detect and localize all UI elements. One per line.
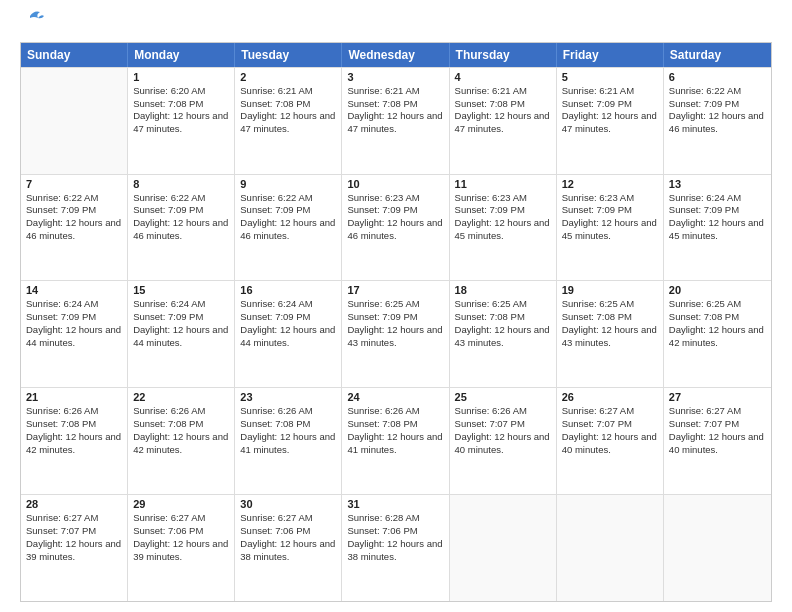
- cell-info: Sunrise: 6:21 AMSunset: 7:09 PMDaylight:…: [562, 85, 658, 136]
- day-number: 13: [669, 178, 766, 190]
- cal-cell: 25 Sunrise: 6:26 AMSunset: 7:07 PMDaylig…: [450, 388, 557, 494]
- day-number: 8: [133, 178, 229, 190]
- cell-info: Sunrise: 6:25 AMSunset: 7:08 PMDaylight:…: [562, 298, 658, 349]
- cell-info: Sunrise: 6:21 AMSunset: 7:08 PMDaylight:…: [347, 85, 443, 136]
- cal-cell: 23 Sunrise: 6:26 AMSunset: 7:08 PMDaylig…: [235, 388, 342, 494]
- cal-cell: 18 Sunrise: 6:25 AMSunset: 7:08 PMDaylig…: [450, 281, 557, 387]
- day-number: 4: [455, 71, 551, 83]
- day-header-friday: Friday: [557, 43, 664, 67]
- day-header-tuesday: Tuesday: [235, 43, 342, 67]
- cal-cell: 1 Sunrise: 6:20 AMSunset: 7:08 PMDayligh…: [128, 68, 235, 174]
- cal-cell: 12 Sunrise: 6:23 AMSunset: 7:09 PMDaylig…: [557, 175, 664, 281]
- cal-cell: [450, 495, 557, 601]
- day-number: 7: [26, 178, 122, 190]
- day-number: 24: [347, 391, 443, 403]
- day-number: 17: [347, 284, 443, 296]
- cal-cell: 28 Sunrise: 6:27 AMSunset: 7:07 PMDaylig…: [21, 495, 128, 601]
- cell-info: Sunrise: 6:26 AMSunset: 7:08 PMDaylight:…: [26, 405, 122, 456]
- cal-cell: 8 Sunrise: 6:22 AMSunset: 7:09 PMDayligh…: [128, 175, 235, 281]
- cell-info: Sunrise: 6:23 AMSunset: 7:09 PMDaylight:…: [347, 192, 443, 243]
- cal-cell: 26 Sunrise: 6:27 AMSunset: 7:07 PMDaylig…: [557, 388, 664, 494]
- cal-cell: 30 Sunrise: 6:27 AMSunset: 7:06 PMDaylig…: [235, 495, 342, 601]
- calendar-header: SundayMondayTuesdayWednesdayThursdayFrid…: [21, 43, 771, 67]
- week-row-2: 7 Sunrise: 6:22 AMSunset: 7:09 PMDayligh…: [21, 174, 771, 281]
- cal-cell: 13 Sunrise: 6:24 AMSunset: 7:09 PMDaylig…: [664, 175, 771, 281]
- cell-info: Sunrise: 6:24 AMSunset: 7:09 PMDaylight:…: [669, 192, 766, 243]
- cal-cell: 4 Sunrise: 6:21 AMSunset: 7:08 PMDayligh…: [450, 68, 557, 174]
- cell-info: Sunrise: 6:27 AMSunset: 7:06 PMDaylight:…: [133, 512, 229, 563]
- day-number: 31: [347, 498, 443, 510]
- cell-info: Sunrise: 6:20 AMSunset: 7:08 PMDaylight:…: [133, 85, 229, 136]
- day-header-saturday: Saturday: [664, 43, 771, 67]
- day-number: 28: [26, 498, 122, 510]
- cal-cell: 22 Sunrise: 6:26 AMSunset: 7:08 PMDaylig…: [128, 388, 235, 494]
- cal-cell: 14 Sunrise: 6:24 AMSunset: 7:09 PMDaylig…: [21, 281, 128, 387]
- cal-cell: 19 Sunrise: 6:25 AMSunset: 7:08 PMDaylig…: [557, 281, 664, 387]
- cell-info: Sunrise: 6:24 AMSunset: 7:09 PMDaylight:…: [240, 298, 336, 349]
- cell-info: Sunrise: 6:27 AMSunset: 7:06 PMDaylight:…: [240, 512, 336, 563]
- day-number: 15: [133, 284, 229, 296]
- cal-cell: 29 Sunrise: 6:27 AMSunset: 7:06 PMDaylig…: [128, 495, 235, 601]
- calendar-body: 1 Sunrise: 6:20 AMSunset: 7:08 PMDayligh…: [21, 67, 771, 601]
- day-number: 3: [347, 71, 443, 83]
- cal-cell: 11 Sunrise: 6:23 AMSunset: 7:09 PMDaylig…: [450, 175, 557, 281]
- day-number: 20: [669, 284, 766, 296]
- day-number: 23: [240, 391, 336, 403]
- cal-cell: 17 Sunrise: 6:25 AMSunset: 7:09 PMDaylig…: [342, 281, 449, 387]
- day-number: 5: [562, 71, 658, 83]
- day-number: 21: [26, 391, 122, 403]
- cell-info: Sunrise: 6:25 AMSunset: 7:08 PMDaylight:…: [455, 298, 551, 349]
- cal-cell: [664, 495, 771, 601]
- cal-cell: 16 Sunrise: 6:24 AMSunset: 7:09 PMDaylig…: [235, 281, 342, 387]
- day-header-thursday: Thursday: [450, 43, 557, 67]
- calendar: SundayMondayTuesdayWednesdayThursdayFrid…: [20, 42, 772, 602]
- page: SundayMondayTuesdayWednesdayThursdayFrid…: [0, 0, 792, 612]
- cell-info: Sunrise: 6:25 AMSunset: 7:08 PMDaylight:…: [669, 298, 766, 349]
- cell-info: Sunrise: 6:22 AMSunset: 7:09 PMDaylight:…: [669, 85, 766, 136]
- cell-info: Sunrise: 6:21 AMSunset: 7:08 PMDaylight:…: [455, 85, 551, 136]
- day-number: 10: [347, 178, 443, 190]
- cal-cell: 20 Sunrise: 6:25 AMSunset: 7:08 PMDaylig…: [664, 281, 771, 387]
- day-number: 29: [133, 498, 229, 510]
- cell-info: Sunrise: 6:25 AMSunset: 7:09 PMDaylight:…: [347, 298, 443, 349]
- week-row-1: 1 Sunrise: 6:20 AMSunset: 7:08 PMDayligh…: [21, 67, 771, 174]
- cal-cell: 9 Sunrise: 6:22 AMSunset: 7:09 PMDayligh…: [235, 175, 342, 281]
- day-number: 26: [562, 391, 658, 403]
- day-number: 18: [455, 284, 551, 296]
- cal-cell: 7 Sunrise: 6:22 AMSunset: 7:09 PMDayligh…: [21, 175, 128, 281]
- logo-bird-icon: [22, 8, 44, 26]
- cell-info: Sunrise: 6:27 AMSunset: 7:07 PMDaylight:…: [26, 512, 122, 563]
- cal-cell: 24 Sunrise: 6:26 AMSunset: 7:08 PMDaylig…: [342, 388, 449, 494]
- cell-info: Sunrise: 6:23 AMSunset: 7:09 PMDaylight:…: [455, 192, 551, 243]
- week-row-3: 14 Sunrise: 6:24 AMSunset: 7:09 PMDaylig…: [21, 280, 771, 387]
- cal-cell: 5 Sunrise: 6:21 AMSunset: 7:09 PMDayligh…: [557, 68, 664, 174]
- day-header-wednesday: Wednesday: [342, 43, 449, 67]
- cell-info: Sunrise: 6:26 AMSunset: 7:08 PMDaylight:…: [240, 405, 336, 456]
- cell-info: Sunrise: 6:26 AMSunset: 7:08 PMDaylight:…: [133, 405, 229, 456]
- cal-cell: 2 Sunrise: 6:21 AMSunset: 7:08 PMDayligh…: [235, 68, 342, 174]
- day-number: 2: [240, 71, 336, 83]
- day-number: 6: [669, 71, 766, 83]
- day-header-monday: Monday: [128, 43, 235, 67]
- day-number: 25: [455, 391, 551, 403]
- cal-cell: 31 Sunrise: 6:28 AMSunset: 7:06 PMDaylig…: [342, 495, 449, 601]
- cal-cell: 10 Sunrise: 6:23 AMSunset: 7:09 PMDaylig…: [342, 175, 449, 281]
- cell-info: Sunrise: 6:27 AMSunset: 7:07 PMDaylight:…: [669, 405, 766, 456]
- logo: [20, 16, 44, 36]
- day-number: 9: [240, 178, 336, 190]
- cal-cell: [21, 68, 128, 174]
- day-header-sunday: Sunday: [21, 43, 128, 67]
- day-number: 12: [562, 178, 658, 190]
- cell-info: Sunrise: 6:22 AMSunset: 7:09 PMDaylight:…: [133, 192, 229, 243]
- cell-info: Sunrise: 6:22 AMSunset: 7:09 PMDaylight:…: [240, 192, 336, 243]
- day-number: 22: [133, 391, 229, 403]
- cell-info: Sunrise: 6:28 AMSunset: 7:06 PMDaylight:…: [347, 512, 443, 563]
- day-number: 19: [562, 284, 658, 296]
- day-number: 11: [455, 178, 551, 190]
- cell-info: Sunrise: 6:24 AMSunset: 7:09 PMDaylight:…: [26, 298, 122, 349]
- day-number: 1: [133, 71, 229, 83]
- cell-info: Sunrise: 6:27 AMSunset: 7:07 PMDaylight:…: [562, 405, 658, 456]
- cell-info: Sunrise: 6:26 AMSunset: 7:08 PMDaylight:…: [347, 405, 443, 456]
- cal-cell: 15 Sunrise: 6:24 AMSunset: 7:09 PMDaylig…: [128, 281, 235, 387]
- day-number: 14: [26, 284, 122, 296]
